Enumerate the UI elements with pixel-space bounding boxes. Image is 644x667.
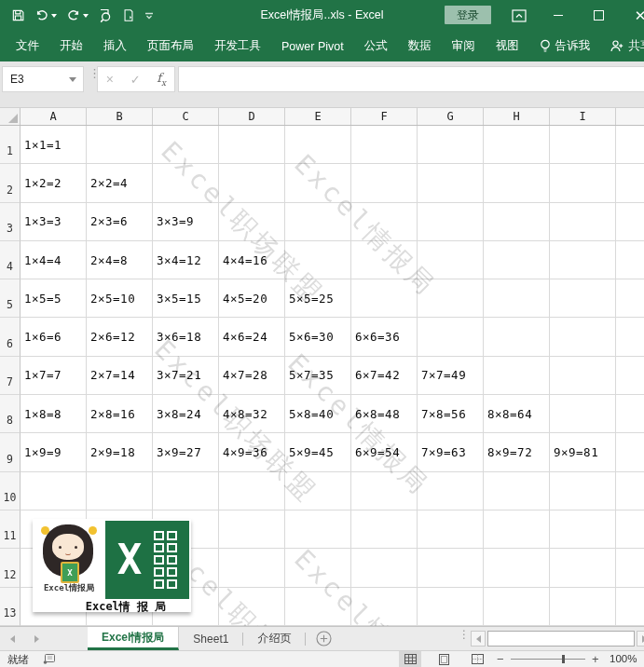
ribbon-tab-view[interactable]: 视图 [486, 31, 529, 61]
cell-F2[interactable] [351, 164, 418, 202]
cell-I10[interactable] [550, 472, 616, 510]
cell-H3[interactable] [484, 203, 550, 241]
cell-F13[interactable] [351, 588, 418, 626]
cell-C3[interactable]: 3×3=9 [153, 203, 219, 241]
column-header-A[interactable]: A [21, 108, 87, 125]
ribbon-tab-tell-me[interactable]: 告诉我 [529, 31, 601, 61]
cell-G6[interactable] [418, 318, 484, 356]
hscroll-thumb[interactable] [487, 631, 635, 647]
formula-input[interactable] [178, 66, 644, 92]
cell-D9[interactable]: 4×9=36 [219, 433, 285, 471]
cell-E6[interactable]: 5×6=30 [285, 318, 351, 356]
row-header-4[interactable]: 4 [0, 241, 21, 279]
cell-E9[interactable]: 5×9=45 [285, 433, 351, 471]
column-header-I[interactable]: I [550, 108, 616, 125]
name-box-dropdown-icon[interactable] [69, 77, 76, 82]
cell-H7[interactable] [484, 357, 550, 395]
cell-I9[interactable]: 9×9=81 [550, 433, 616, 471]
sheet-tab-sheet1[interactable]: Sheet1 [179, 627, 242, 650]
cell-G12[interactable] [418, 549, 484, 587]
undo-dropdown-caret[interactable] [51, 14, 57, 18]
maximize-button[interactable] [586, 0, 610, 31]
row-header-1[interactable]: 1 [0, 126, 21, 164]
cell-F3[interactable] [351, 203, 418, 241]
cell-A8[interactable]: 1×8=8 [21, 395, 87, 433]
cell-D5[interactable]: 4×5=20 [219, 279, 285, 318]
cell-F8[interactable]: 6×8=48 [351, 395, 418, 433]
cell-partial-7[interactable] [616, 357, 644, 395]
cell-F9[interactable]: 6×9=54 [351, 433, 418, 471]
cell-H6[interactable] [484, 318, 550, 356]
cell-E1[interactable] [285, 126, 351, 164]
column-header-E[interactable]: E [285, 108, 351, 125]
cell-D11[interactable] [219, 510, 285, 549]
cell-partial-1[interactable] [616, 126, 644, 164]
column-header-C[interactable]: C [153, 108, 219, 125]
cell-partial-11[interactable] [616, 510, 644, 549]
cell-I2[interactable] [550, 164, 616, 202]
ribbon-tab-page-layout[interactable]: 页面布局 [137, 31, 204, 61]
cell-D6[interactable]: 4×6=24 [219, 318, 285, 356]
row-header-2[interactable]: 2 [0, 164, 21, 202]
zoom-slider-thumb[interactable] [562, 655, 565, 663]
undo-button[interactable] [31, 5, 61, 27]
cell-C2[interactable] [153, 164, 219, 202]
cell-B7[interactable]: 2×7=14 [87, 357, 153, 395]
cell-A2[interactable]: 1×2=2 [21, 164, 87, 202]
cell-A1[interactable]: 1×1=1 [21, 126, 87, 164]
insert-function-icon[interactable]: fx [157, 71, 166, 88]
row-header-11[interactable]: 11 [0, 510, 21, 549]
cell-F1[interactable] [351, 126, 418, 164]
row-header-6[interactable]: 6 [0, 318, 21, 356]
cell-I4[interactable] [550, 241, 616, 279]
save-icon[interactable] [7, 5, 29, 27]
cell-B10[interactable] [87, 472, 153, 510]
cell-E2[interactable] [285, 164, 351, 202]
column-header-H[interactable]: H [484, 108, 550, 125]
cell-B2[interactable]: 2×2=4 [87, 164, 153, 202]
cell-A9[interactable]: 1×9=9 [21, 433, 87, 471]
cell-partial-3[interactable] [616, 203, 644, 241]
zoom-out-button[interactable]: − [497, 652, 504, 666]
cell-H10[interactable] [484, 472, 550, 510]
row-header-10[interactable]: 10 [0, 472, 21, 510]
cell-F10[interactable] [351, 472, 418, 510]
cell-E8[interactable]: 5×8=40 [285, 395, 351, 433]
cell-F7[interactable]: 6×7=42 [351, 357, 418, 395]
cell-E13[interactable] [285, 588, 351, 626]
cell-partial-4[interactable] [616, 241, 644, 279]
cell-E3[interactable] [285, 203, 351, 241]
row-header-13[interactable]: 13 [0, 588, 21, 626]
cell-C4[interactable]: 3×4=12 [153, 241, 219, 279]
ribbon-tab-power-pivot[interactable]: Power Pivot [271, 31, 354, 61]
row-header-9[interactable]: 9 [0, 433, 21, 471]
row-header-3[interactable]: 3 [0, 203, 21, 241]
logo-image-group[interactable]: X Excel情报局 X Excel情 报 局 [33, 519, 191, 612]
quick-print-icon[interactable] [118, 5, 139, 27]
cell-H9[interactable]: 8×9=72 [484, 433, 550, 471]
zoom-in-button[interactable]: + [592, 652, 599, 666]
cancel-icon[interactable]: × [106, 72, 114, 87]
cell-I11[interactable] [550, 510, 616, 549]
cell-G7[interactable]: 7×7=49 [418, 357, 484, 395]
ribbon-tab-file[interactable]: 文件 [6, 31, 49, 61]
cell-H5[interactable] [484, 279, 550, 318]
cell-B4[interactable]: 2×4=8 [87, 241, 153, 279]
column-header-G[interactable]: G [418, 108, 484, 125]
cell-G11[interactable] [418, 510, 484, 549]
cell-F5[interactable] [351, 279, 418, 318]
cell-B1[interactable] [87, 126, 153, 164]
cell-I5[interactable] [550, 279, 616, 318]
cell-G13[interactable] [418, 588, 484, 626]
cell-D2[interactable] [219, 164, 285, 202]
cell-E10[interactable] [285, 472, 351, 510]
cell-G1[interactable] [418, 126, 484, 164]
ribbon-tab-review[interactable]: 审阅 [442, 31, 486, 61]
cell-F11[interactable] [351, 510, 418, 549]
cell-C6[interactable]: 3×6=18 [153, 318, 219, 356]
row-header-12[interactable]: 12 [0, 549, 21, 587]
cell-A4[interactable]: 1×4=4 [21, 241, 87, 279]
cell-B9[interactable]: 2×9=18 [87, 433, 153, 471]
cell-D12[interactable] [219, 549, 285, 587]
sign-in-button[interactable]: 登录 [445, 6, 491, 24]
